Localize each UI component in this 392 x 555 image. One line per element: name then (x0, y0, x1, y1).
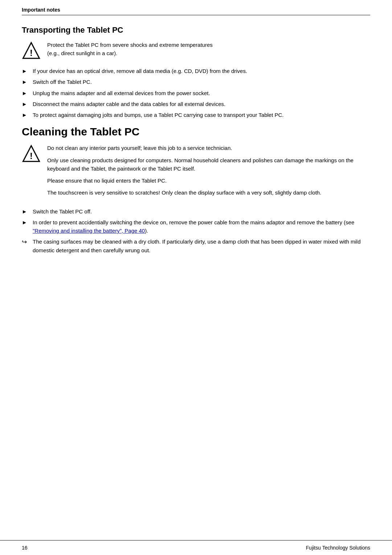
list-item: ► Unplug the mains adapter and all exter… (22, 89, 370, 97)
bullet-text: Unplug the mains adapter and all externa… (33, 89, 370, 97)
bullet-arrow-icon: ► (22, 111, 33, 119)
footer-bar: 16 Fujitsu Technology Solutions (0, 540, 392, 555)
bullet-arrow-icon: ► (22, 67, 33, 75)
list-item: ► To protect against damaging jolts and … (22, 111, 370, 119)
bullet-text: Switch off the Tablet PC. (33, 78, 370, 86)
cleaning-warning-para4: The touchscreen is very sensitive to scr… (47, 188, 370, 197)
bullet-text: If your device has an optical drive, rem… (33, 67, 370, 75)
cleaning-warning-block: ! Do not clean any interior parts yourse… (22, 144, 370, 200)
transporting-title: Transporting the Tablet PC (22, 25, 370, 35)
list-item: ► If your device has an optical drive, r… (22, 67, 370, 75)
cleaning-warning-para3: Please ensure that no liquid enters the … (47, 176, 370, 185)
svg-text:!: ! (30, 151, 33, 161)
bullet-text: Switch the Tablet PC off. (33, 207, 370, 216)
bullet-arrow-icon: ► (22, 218, 33, 227)
header-label: Important notes (22, 7, 60, 13)
cleaning-bullet-list: ► Switch the Tablet PC off. ► In order t… (22, 207, 370, 254)
cleaning-warning-para1: Do not clean any interior parts yourself… (47, 144, 370, 152)
warning-icon-cleaning: ! (22, 144, 41, 163)
bullet-text-with-link: In order to prevent accidentially switch… (33, 218, 370, 235)
transporting-section: Transporting the Tablet PC ! Protect the… (22, 25, 370, 119)
warning-icon-wrap-transport: ! (22, 41, 47, 60)
cleaning-warning-para2: Only use cleaning products designed for … (47, 156, 370, 173)
bullet-text: The casing surfaces may be cleaned with … (33, 237, 370, 254)
battery-link[interactable]: "Removing and installing the battery", P… (33, 228, 145, 234)
list-item: ► In order to prevent accidentially swit… (22, 218, 370, 235)
transporting-warning-block: ! Protect the Tablet PC from severe shoc… (22, 41, 370, 60)
bullet-arrow-icon: ► (22, 78, 33, 86)
footer-page-number: 16 (22, 545, 28, 551)
list-item: ► Switch the Tablet PC off. (22, 207, 370, 216)
cleaning-section: Cleaning the Tablet PC ! Do not clean an… (22, 126, 370, 254)
bullet-arrow-icon: ► (22, 89, 33, 97)
warning-icon-wrap-cleaning: ! (22, 144, 47, 163)
bullet-text: To protect against damaging jolts and bu… (33, 111, 370, 119)
sub-bullet-arrow-icon: ↪ (22, 237, 33, 247)
cleaning-warning-text: Do not clean any interior parts yourself… (47, 144, 370, 200)
cleaning-title: Cleaning the Tablet PC (22, 126, 370, 138)
list-item: ↪ The casing surfaces may be cleaned wit… (22, 237, 370, 254)
transporting-bullet-list: ► If your device has an optical drive, r… (22, 67, 370, 119)
list-item: ► Disconnect the mains adapter cable and… (22, 100, 370, 108)
list-item: ► Switch off the Tablet PC. (22, 78, 370, 86)
warning-icon-transport: ! (22, 41, 41, 60)
transporting-warning-text: Protect the Tablet PC from severe shocks… (47, 41, 370, 58)
bullet-text: Disconnect the mains adapter cable and t… (33, 100, 370, 108)
svg-text:!: ! (30, 48, 33, 58)
footer-brand: Fujitsu Technology Solutions (306, 545, 370, 551)
bullet-arrow-icon: ► (22, 207, 33, 216)
bullet-arrow-icon: ► (22, 100, 33, 108)
